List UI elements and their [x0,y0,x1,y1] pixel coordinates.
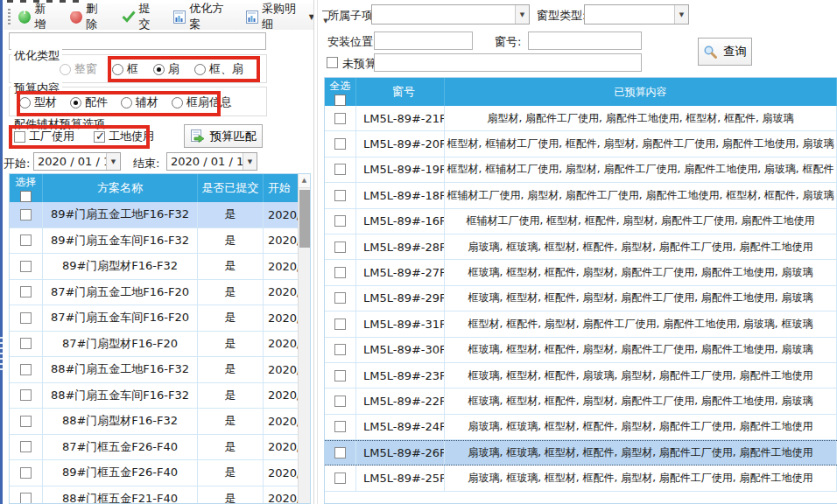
plan-table-row[interactable]: 88#门扇五金工地F16-F32是2020/0 [10,357,310,383]
row-checkbox[interactable] [20,338,32,349]
budget-table-row[interactable]: LM5L-89#-16F15框辅材工厂使用, 框型材, 框配件, 扇型材, 扇配… [325,209,837,234]
budget-table-row[interactable]: LM5L-89#-24F22扇玻璃, 框玻璃, 框型材, 框配件, 扇型材, 扇… [325,415,837,440]
usage-checkbox-option[interactable]: 工地使用 [94,129,154,144]
date-start-picker[interactable]: 2020 / 01 / 1 ▼ [33,152,121,171]
delete-button[interactable]: − 删除 [67,0,110,34]
install-position-input[interactable] [374,32,473,50]
optimize-type-radio-option[interactable]: 框、扇 [194,61,243,77]
plan-name-column-header[interactable]: 方案名称 [43,174,198,202]
sub-item-combobox[interactable]: ▼ [371,4,530,24]
budget-table-row[interactable]: LM5L-89#-25F23扇玻璃, 框玻璃, 框型材, 框配件, 扇型材, 扇… [325,466,837,491]
plan-table-row[interactable]: 88#门框五金F21-F40是2020/0 [10,486,310,504]
window-no-column-header[interactable]: 窗号 [356,78,445,106]
budget-content-radio-option[interactable]: 框扇信息 [172,94,232,110]
row-checkbox[interactable] [334,242,346,253]
toolbar-grip[interactable] [8,9,11,24]
plan-table-row[interactable]: 88#门扇五金车间F16-F32是2020/0 [10,383,310,410]
budget-table-row[interactable]: LM5L-89#-20F18框型材, 框辅材工厂使用, 框配件, 扇型材, 扇配… [325,131,837,157]
scroll-up-arrow-icon[interactable]: ▲ [299,174,310,188]
submitted-cell: 是 [198,332,264,357]
budget-table-row[interactable]: LM5L-89#-26F24扇玻璃, 框玻璃, 框型材, 框配件, 扇型材, 扇… [325,440,837,466]
row-checkbox[interactable] [20,286,32,298]
query-button[interactable]: 查询 [698,38,752,66]
budget-content-column-header[interactable]: 已预算内容 [445,78,837,106]
plan-table-row[interactable]: 87#门框五金F26-F40是2020/0 [10,435,310,461]
row-checkbox[interactable] [334,472,346,484]
budget-table-row[interactable]: LM5L-89#-23F21框玻璃, 框型材, 框配件, 扇玻璃, 扇型材, 扇… [325,363,837,388]
row-checkbox[interactable] [20,416,32,427]
delete-icon: − [70,10,82,24]
row-checkbox[interactable] [20,441,32,452]
usage-checkbox-option[interactable]: 工厂使用 [14,129,74,144]
row-checkbox[interactable] [20,312,32,324]
chevron-down-icon[interactable]: ▼ [106,153,120,170]
chevron-down-icon[interactable]: ▼ [515,5,529,24]
splitter-grip[interactable] [0,337,3,374]
row-checkbox[interactable] [20,467,32,479]
date-end-picker[interactable]: 2020 / 01 / 13 ▼ [166,152,257,171]
row-checkbox[interactable] [334,344,346,355]
optimize-plan-button[interactable]: 优化方案 [171,0,235,34]
chevron-down-icon[interactable]: ▼ [243,153,257,170]
row-checkbox[interactable] [334,215,346,227]
no-budget-input[interactable] [374,53,642,72]
panel-splitter[interactable] [313,0,322,504]
plan-table-row[interactable]: 89#门扇五金工地F16-F32是2020/0 [10,202,310,228]
date-end-value: 2020 / 01 / 13 [167,155,243,168]
row-checkbox[interactable] [334,267,346,278]
submitted-column-header[interactable]: 是否已提交 [198,174,264,202]
budget-table-row[interactable]: LM5L-89#-29F27框玻璃, 框型材, 框配件, 扇型材, 扇配件工厂使… [325,286,837,312]
row-checkbox[interactable] [20,364,32,375]
budget-content-radio-option[interactable]: 型材 [19,94,57,110]
budget-table-row[interactable]: LM5L-89#-22F20框玻璃, 框型材, 框配件, 扇型材, 扇配件工厂使… [325,388,837,414]
budget-table-row[interactable]: LM5L-89#-19F17框型材, 框辅材工厂使用, 扇型材, 扇配件工厂使用… [325,158,837,183]
budget-content-cell: 框型材, 框辅材工厂使用, 框配件, 扇型材, 扇配件工厂使用, 扇配件工地使用… [445,131,837,156]
submit-button[interactable]: 提交 [119,0,163,34]
row-checkbox[interactable] [20,234,32,246]
row-checkbox[interactable] [20,261,32,272]
optimize-type-radio-option[interactable]: 框 [112,61,138,77]
budget-match-button[interactable]: 预算匹配 [184,124,263,148]
no-budget-checkbox[interactable] [327,57,338,68]
budget-table-row[interactable]: LM5L-89#-30F28框玻璃, 框型材, 框配件, 扇型材, 扇配件工厂使… [325,338,837,363]
purchase-detail-button[interactable]: 采购明细 ▼ [243,0,317,34]
plan-filter-input[interactable] [9,32,266,50]
plan-table-row[interactable]: 87#门扇五金工地F16-F20是2020/0 [10,280,310,306]
plan-table-row[interactable]: 89#门扇五金车间F16-F32是2020/0 [10,228,310,255]
row-checkbox[interactable] [334,292,346,304]
budget-table-row[interactable]: LM5L-89#-21F19扇型材, 扇配件工厂使用, 扇配件工地使用, 框型材… [325,106,837,131]
row-checkbox[interactable] [334,113,346,124]
chevron-down-icon[interactable]: ▼ [674,5,688,24]
select-all-checkbox[interactable] [334,94,346,106]
row-checkbox[interactable] [334,164,346,175]
budget-table-row[interactable]: LM5L-89#-18F16框辅材工厂使用, 扇型材, 扇配件工厂使用, 扇配件… [325,183,837,208]
budget-content-radio-option[interactable]: 辅材 [121,94,158,110]
row-checkbox[interactable] [334,447,346,458]
row-checkbox[interactable] [20,209,32,220]
scrollbar-thumb[interactable] [299,190,310,248]
budget-content-radio-option[interactable]: 配件 [70,94,108,110]
optimize-type-radio-option[interactable]: 扇 [153,61,179,77]
row-checkbox[interactable] [334,190,346,201]
plan-table-row[interactable]: 89#门扇型材F16-F32是2020/0 [10,254,310,280]
row-checkbox[interactable] [334,370,346,382]
plan-table-scrollbar[interactable]: ▲ [298,174,310,503]
row-checkbox[interactable] [334,318,346,330]
radio-icon [60,64,71,75]
budget-table-row[interactable]: LM5L-89#-28F26扇玻璃, 框玻璃, 框型材, 框配件, 扇型材, 扇… [325,234,837,260]
row-checkbox[interactable] [334,421,346,432]
plan-table-row[interactable]: 89#门框五金F26-F40是2020/0 [10,460,310,486]
window-type-combobox[interactable]: ▼ [584,4,689,24]
plan-table-row[interactable]: 87#门扇五金车间F16-F20是2020/0 [10,305,310,332]
select-all-checkbox[interactable] [20,191,32,202]
add-button[interactable]: + 新增 [16,0,59,34]
budget-table-row[interactable]: LM5L-89#-27F25框玻璃, 框型材, 框配件, 扇型材, 扇配件工厂使… [325,260,837,285]
window-no-input[interactable] [528,32,642,50]
budget-table-row[interactable]: LM5L-89#-31F29框型材, 框配件, 扇型材, 扇配件工厂使用, 扇配… [325,312,837,337]
row-checkbox[interactable] [334,396,346,407]
row-checkbox[interactable] [20,389,32,401]
row-checkbox[interactable] [20,493,32,504]
plan-table-row[interactable]: 88#门扇型材F16-F32是2020/0 [10,409,310,435]
plan-table-row[interactable]: 87#门扇型材F16-F20是2020/0 [10,332,310,358]
row-checkbox[interactable] [334,138,346,150]
